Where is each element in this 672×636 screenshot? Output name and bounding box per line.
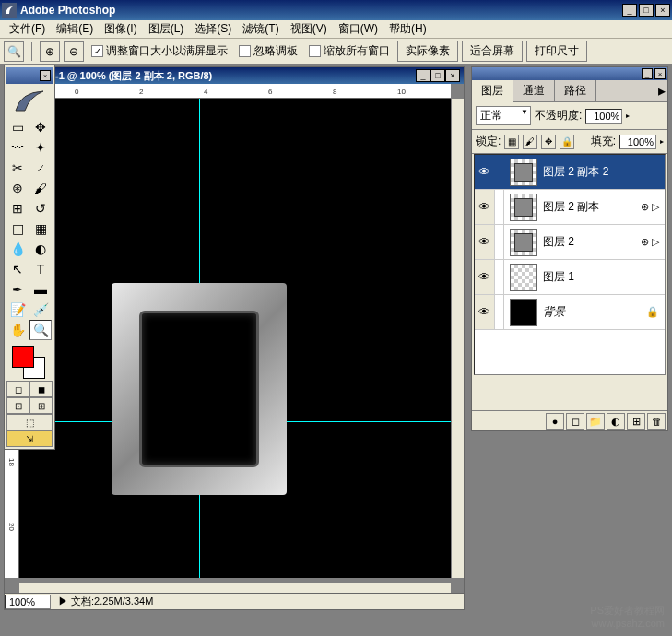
hand-tool[interactable]: ✋	[6, 320, 29, 340]
panel-menu[interactable]: ▸	[596, 80, 667, 101]
menu-image[interactable]: 图像(I)	[99, 19, 142, 39]
layer-thumbnail[interactable]	[510, 159, 537, 186]
visibility-toggle[interactable]: 👁	[475, 225, 495, 259]
new-layer-button[interactable]: ⊞	[627, 413, 645, 430]
blend-mode-dropdown[interactable]: 正常	[476, 106, 531, 125]
panel-titlebar[interactable]: _ ×	[472, 67, 667, 80]
jump-to-imageready[interactable]: ⇲	[6, 430, 53, 447]
menu-window[interactable]: 窗口(W)	[333, 19, 383, 39]
layer-row[interactable]: 👁图层 2⊛ ▷	[475, 225, 665, 260]
frame-object[interactable]	[112, 283, 287, 495]
link-column[interactable]	[495, 155, 504, 189]
layer-mask-button[interactable]: ◻	[566, 413, 584, 430]
dodge-tool[interactable]: ◐	[29, 239, 52, 259]
path-select-tool[interactable]: ↖	[6, 259, 29, 279]
canvas[interactable]	[19, 99, 451, 578]
layer-name[interactable]: 图层 2 副本 2	[543, 164, 665, 180]
fit-screen-button[interactable]: 适合屏幕	[462, 41, 523, 62]
visibility-toggle[interactable]: 👁	[475, 295, 495, 329]
visibility-toggle[interactable]: 👁	[475, 155, 495, 189]
toolbox-header[interactable]: ×	[6, 67, 53, 84]
quickmask-off[interactable]: ◻	[6, 381, 29, 397]
lasso-tool[interactable]: 〰	[6, 137, 29, 158]
toolbox-close-icon[interactable]: ×	[40, 70, 51, 81]
history-brush-tool[interactable]: ↺	[29, 198, 52, 218]
layer-thumbnail[interactable]	[510, 194, 537, 221]
heal-tool[interactable]: ⊛	[6, 178, 29, 198]
type-tool[interactable]: T	[29, 259, 52, 279]
tab-paths[interactable]: 路径	[555, 80, 596, 101]
quickmask-on[interactable]: ◼	[29, 381, 53, 397]
actual-pixels-button[interactable]: 实际像素	[397, 41, 458, 62]
crop-tool[interactable]: ✂	[6, 158, 29, 178]
doc-size-label[interactable]: ▶ 文档:2.25M/3.34M	[58, 595, 153, 608]
screen-std[interactable]: ⊡	[6, 397, 29, 414]
menu-layer[interactable]: 图层(L)	[143, 19, 190, 39]
screen-full[interactable]: ⬚	[6, 414, 53, 430]
link-column[interactable]	[495, 190, 504, 224]
stamp-tool[interactable]: ⊞	[6, 198, 29, 218]
lock-move-icon[interactable]: ✥	[541, 135, 556, 149]
layer-thumbnail[interactable]	[510, 299, 537, 326]
resize-window-checkbox[interactable]: 调整窗口大小以满屏显示	[88, 43, 231, 59]
layer-style-button[interactable]: ●	[546, 413, 564, 430]
layer-row[interactable]: 👁背景🔒	[475, 295, 665, 330]
layer-row[interactable]: 👁图层 2 副本 2	[475, 155, 665, 190]
lock-paint-icon[interactable]: 🖌	[523, 135, 537, 149]
blur-tool[interactable]: 💧	[6, 239, 29, 259]
visibility-toggle[interactable]: 👁	[475, 190, 495, 224]
opacity-input[interactable]: 100%	[585, 109, 622, 124]
link-column[interactable]	[495, 260, 504, 294]
ruler-horizontal[interactable]: 0 2 4 6 8 10	[19, 84, 451, 99]
visibility-toggle[interactable]: 👁	[475, 260, 495, 294]
layer-name[interactable]: 背景	[543, 304, 646, 320]
wand-tool[interactable]: ✦	[29, 137, 52, 158]
print-size-button[interactable]: 打印尺寸	[526, 41, 587, 62]
adjustment-layer-button[interactable]: ◐	[607, 413, 625, 430]
doc-minimize-button[interactable]: _	[416, 69, 430, 82]
doc-maximize-button[interactable]: □	[430, 69, 445, 82]
pen-tool[interactable]: ✒	[6, 279, 29, 300]
doc-close-button[interactable]: ×	[445, 69, 460, 82]
zoom-level[interactable]: 100%	[5, 595, 51, 609]
layer-folder-button[interactable]: 📁	[586, 413, 605, 430]
effects-icon[interactable]: ⊛ ▷	[641, 201, 659, 213]
opacity-arrow-icon[interactable]: ▸	[626, 112, 630, 120]
shape-tool[interactable]: ▬	[29, 279, 52, 300]
lock-transparency-icon[interactable]: ▦	[504, 135, 519, 149]
layer-name[interactable]: 图层 2 副本	[543, 199, 641, 215]
fill-input[interactable]: 100%	[619, 135, 656, 149]
tab-channels[interactable]: 通道	[513, 80, 555, 101]
panel-minimize-icon[interactable]: _	[642, 68, 653, 79]
menu-file[interactable]: 文件(F)	[4, 19, 51, 39]
ignore-palettes-checkbox[interactable]: 忽略调板	[235, 43, 301, 59]
eyedropper-tool[interactable]: 💉	[29, 300, 52, 320]
notes-tool[interactable]: 📝	[6, 300, 29, 320]
tab-layers[interactable]: 图层	[472, 80, 513, 102]
effects-icon[interactable]: ⊛ ▷	[641, 236, 659, 248]
slice-tool[interactable]: ⟋	[29, 158, 52, 178]
layer-thumbnail[interactable]	[510, 229, 537, 256]
zoom-tool-icon[interactable]: 🔍	[4, 41, 24, 62]
layer-thumbnail[interactable]	[510, 264, 537, 291]
fill-arrow-icon[interactable]: ▸	[660, 137, 664, 146]
layer-name[interactable]: 图层 2	[543, 234, 641, 250]
menu-view[interactable]: 视图(V)	[285, 19, 333, 39]
screen-full-menu[interactable]: ⊞	[29, 397, 53, 414]
scrollbar-vertical[interactable]	[451, 99, 464, 578]
minimize-button[interactable]: _	[622, 4, 637, 17]
menu-edit[interactable]: 编辑(E)	[51, 19, 99, 39]
zoom-tool[interactable]: 🔍	[29, 320, 52, 340]
close-button[interactable]: ×	[655, 4, 670, 17]
layer-row[interactable]: 👁图层 1	[475, 260, 665, 295]
menu-filter[interactable]: 滤镜(T)	[237, 19, 284, 39]
move-tool[interactable]: ✥	[29, 117, 52, 137]
layer-row[interactable]: 👁图层 2 副本⊛ ▷	[475, 190, 665, 225]
link-column[interactable]	[495, 225, 504, 259]
layer-name[interactable]: 图层 1	[543, 269, 665, 285]
panel-close-icon[interactable]: ×	[654, 68, 666, 79]
lock-all-icon[interactable]: 🔒	[560, 135, 574, 149]
menu-select[interactable]: 选择(S)	[189, 19, 237, 39]
zoom-out-icon[interactable]: ⊖	[64, 41, 84, 62]
foreground-color-swatch[interactable]	[12, 346, 34, 368]
